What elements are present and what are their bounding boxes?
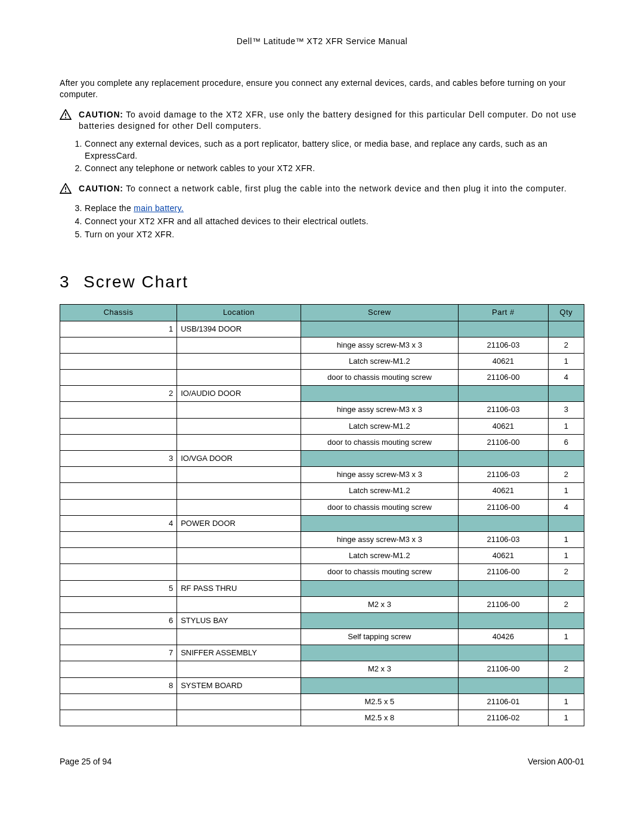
cell-qty: 4 <box>548 370 584 386</box>
page-header: Dell™ Latitude™ XT2 XFR Service Manual <box>60 36 584 48</box>
th-screw: Screw <box>301 305 458 321</box>
cell-qty: 1 <box>548 353 584 369</box>
cell-qty: 1 <box>548 693 584 710</box>
section-title-text: Screw Chart <box>83 272 188 291</box>
cell-chassis <box>60 710 177 726</box>
cell-qty: 1 <box>548 483 584 499</box>
cell-part: 21106-00 <box>459 434 549 450</box>
cell-part: 21106-03 <box>459 402 549 418</box>
table-row: door to chassis mouting screw21106-006 <box>60 434 584 450</box>
cell-location: POWER DOOR <box>177 515 301 531</box>
table-row: door to chassis mouting screw21106-002 <box>60 564 584 580</box>
cell-chassis <box>60 548 177 564</box>
cell-chassis <box>60 467 177 483</box>
table-row: Latch screw-M1.2406211 <box>60 418 584 434</box>
cell-part-empty <box>459 677 549 693</box>
cell-location <box>177 499 301 515</box>
cell-chassis: 2 <box>60 386 177 402</box>
caution-block-2: CAUTION: To connect a network cable, fir… <box>60 183 584 197</box>
page-footer: Page 25 of 94 Version A00-01 <box>60 756 584 768</box>
cell-chassis <box>60 564 177 580</box>
table-row: M2.5 x 521106-011 <box>60 693 584 710</box>
cell-screw-empty <box>301 580 458 596</box>
cell-part-empty <box>459 451 549 467</box>
footer-version: Version A00-01 <box>528 756 584 768</box>
svg-point-3 <box>65 191 66 192</box>
cell-screw: M2 x 3 <box>301 596 458 612</box>
section-number: 3 <box>60 270 83 293</box>
cell-part: 21106-00 <box>459 499 549 515</box>
cell-location <box>177 710 301 726</box>
cell-chassis <box>60 418 177 434</box>
cell-chassis <box>60 499 177 515</box>
table-row: hinge assy screw-M3 x 321106-032 <box>60 467 584 483</box>
table-row: M2 x 321106-002 <box>60 661 584 677</box>
cell-screw: Latch screw-M1.2 <box>301 353 458 369</box>
main-battery-link[interactable]: main battery. <box>134 203 184 213</box>
table-row: door to chassis mouting screw21106-004 <box>60 499 584 515</box>
cell-screw: hinge assy screw-M3 x 3 <box>301 467 458 483</box>
screw-chart-table: Chassis Location Screw Part # Qty 1USB/1… <box>60 304 584 726</box>
cell-part: 21106-00 <box>459 596 549 612</box>
cell-screw-empty <box>301 321 458 337</box>
cell-location: SNIFFER ASSEMBLY <box>177 645 301 661</box>
cell-location <box>177 337 301 353</box>
cell-chassis <box>60 434 177 450</box>
cell-screw-empty <box>301 451 458 467</box>
cell-part: 40621 <box>459 353 549 369</box>
table-row: 7SNIFFER ASSEMBLY <box>60 645 584 661</box>
table-row: 3IO/VGA DOOR <box>60 451 584 467</box>
intro-paragraph: After you complete any replacement proce… <box>60 78 584 101</box>
step-3: Replace the main battery. <box>85 203 584 215</box>
cell-part-empty <box>459 580 549 596</box>
table-header-row: Chassis Location Screw Part # Qty <box>60 305 584 321</box>
cell-qty-empty <box>548 645 584 661</box>
cell-screw-empty <box>301 612 458 628</box>
cell-location: RF PASS THRU <box>177 580 301 596</box>
table-row: 5RF PASS THRU <box>60 580 584 596</box>
cell-screw: hinge assy screw-M3 x 3 <box>301 337 458 353</box>
table-row: hinge assy screw-M3 x 321106-031 <box>60 531 584 547</box>
table-row: M2.5 x 821106-021 <box>60 710 584 726</box>
step-5: Turn on your XT2 XFR. <box>85 229 584 241</box>
cell-chassis: 7 <box>60 645 177 661</box>
cell-screw: Latch screw-M1.2 <box>301 548 458 564</box>
cell-screw: door to chassis mouting screw <box>301 370 458 386</box>
cell-chassis <box>60 402 177 418</box>
table-row: 4POWER DOOR <box>60 515 584 531</box>
cell-screw-empty <box>301 677 458 693</box>
cell-qty: 1 <box>548 548 584 564</box>
cell-chassis <box>60 370 177 386</box>
th-qty: Qty <box>548 305 584 321</box>
cell-screw: door to chassis mouting screw <box>301 499 458 515</box>
cell-part: 40426 <box>459 629 549 645</box>
step-4: Connect your XT2 XFR and all attached de… <box>85 216 584 228</box>
th-location: Location <box>177 305 301 321</box>
th-part: Part # <box>459 305 549 321</box>
caution-label: CAUTION: <box>79 110 123 119</box>
section-heading: 3Screw Chart <box>60 270 584 293</box>
cell-chassis <box>60 337 177 353</box>
cell-qty-empty <box>548 612 584 628</box>
cell-location: STYLUS BAY <box>177 612 301 628</box>
cell-location <box>177 629 301 645</box>
cell-screw: door to chassis mouting screw <box>301 434 458 450</box>
cell-part-empty <box>459 515 549 531</box>
cell-screw: hinge assy screw-M3 x 3 <box>301 402 458 418</box>
cell-part: 21106-03 <box>459 531 549 547</box>
cell-part: 21106-03 <box>459 337 549 353</box>
cell-qty: 2 <box>548 661 584 677</box>
cell-location <box>177 483 301 499</box>
cell-qty-empty <box>548 677 584 693</box>
caution-text-1: CAUTION: To avoid damage to the XT2 XFR,… <box>79 109 584 132</box>
cell-qty: 1 <box>548 418 584 434</box>
cell-qty-empty <box>548 515 584 531</box>
cell-part: 40621 <box>459 483 549 499</box>
cell-screw: Latch screw-M1.2 <box>301 418 458 434</box>
cell-qty: 3 <box>548 402 584 418</box>
table-row: Self tapping screw404261 <box>60 629 584 645</box>
cell-part-empty <box>459 612 549 628</box>
cell-qty: 2 <box>548 337 584 353</box>
cell-location: USB/1394 DOOR <box>177 321 301 337</box>
caution-body: To connect a network cable, first plug t… <box>123 184 567 193</box>
